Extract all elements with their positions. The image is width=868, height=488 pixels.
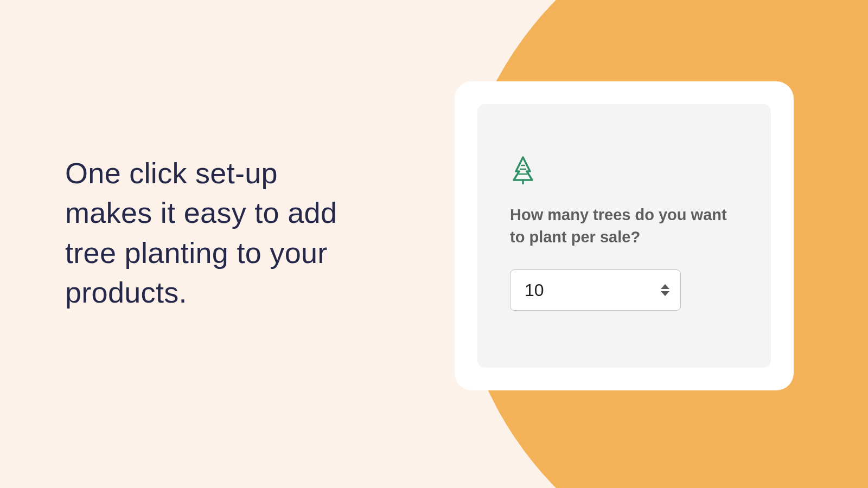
tree-icon [510, 156, 738, 187]
quantity-value[interactable]: 10 [525, 280, 661, 300]
chevron-up-icon[interactable] [661, 284, 669, 289]
stepper-controls [661, 284, 669, 296]
setup-card: How many trees do you want to plant per … [455, 81, 794, 390]
chevron-down-icon[interactable] [661, 291, 669, 296]
question-label: How many trees do you want to plant per … [510, 204, 738, 248]
card-panel: How many trees do you want to plant per … [477, 104, 771, 368]
hero-headline: One click set-up makes it easy to add tr… [65, 153, 369, 313]
quantity-stepper[interactable]: 10 [510, 269, 681, 311]
